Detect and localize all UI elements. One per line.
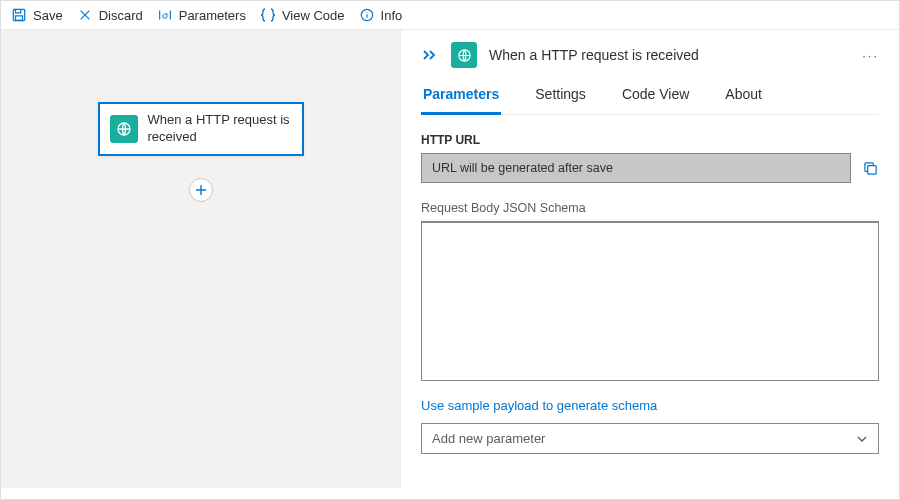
tab-parameters[interactable]: Parameters bbox=[421, 80, 501, 115]
http-url-row: URL will be generated after save bbox=[421, 153, 879, 183]
info-button[interactable]: Info bbox=[359, 7, 403, 23]
viewcode-button[interactable]: View Code bbox=[260, 7, 345, 23]
add-step-button[interactable] bbox=[189, 178, 213, 202]
discard-button[interactable]: Discard bbox=[77, 7, 143, 23]
chevron-down-icon bbox=[856, 433, 868, 445]
panel-header: When a HTTP request is received ··· bbox=[421, 42, 879, 68]
info-icon bbox=[359, 7, 375, 23]
main: When a HTTP request is received When a H… bbox=[1, 30, 899, 488]
toolbar: Save Discard @ Parameters View Code Info bbox=[1, 1, 899, 30]
svg-rect-6 bbox=[867, 165, 875, 173]
parameters-button[interactable]: @ Parameters bbox=[157, 7, 246, 23]
trigger-card-label: When a HTTP request is received bbox=[148, 112, 292, 146]
discard-label: Discard bbox=[99, 8, 143, 23]
info-label: Info bbox=[381, 8, 403, 23]
save-button[interactable]: Save bbox=[11, 7, 63, 23]
viewcode-label: View Code bbox=[282, 8, 345, 23]
schema-input[interactable] bbox=[421, 221, 879, 381]
parameters-icon: @ bbox=[157, 7, 173, 23]
trigger-card[interactable]: When a HTTP request is received bbox=[98, 102, 304, 156]
save-label: Save bbox=[33, 8, 63, 23]
add-parameter-placeholder: Add new parameter bbox=[432, 431, 545, 446]
tab-settings[interactable]: Settings bbox=[533, 80, 588, 114]
tab-codeview[interactable]: Code View bbox=[620, 80, 691, 114]
schema-label: Request Body JSON Schema bbox=[421, 201, 879, 215]
http-url-field: URL will be generated after save bbox=[421, 153, 851, 183]
tab-about[interactable]: About bbox=[723, 80, 764, 114]
braces-icon bbox=[260, 7, 276, 23]
sample-payload-link[interactable]: Use sample payload to generate schema bbox=[421, 398, 657, 413]
panel-tabs: Parameters Settings Code View About bbox=[421, 80, 879, 115]
http-url-label: HTTP URL bbox=[421, 133, 879, 147]
collapse-panel-icon[interactable] bbox=[421, 48, 439, 62]
parameters-label: Parameters bbox=[179, 8, 246, 23]
discard-icon bbox=[77, 7, 93, 23]
save-icon bbox=[11, 7, 27, 23]
details-panel: When a HTTP request is received ··· Para… bbox=[401, 30, 899, 488]
http-trigger-icon bbox=[110, 115, 138, 143]
copy-url-button[interactable] bbox=[861, 159, 879, 177]
svg-text:@: @ bbox=[161, 12, 168, 20]
svg-rect-1 bbox=[16, 16, 23, 20]
http-trigger-icon bbox=[451, 42, 477, 68]
designer-canvas[interactable]: When a HTTP request is received bbox=[1, 30, 401, 488]
panel-title: When a HTTP request is received bbox=[489, 47, 699, 63]
more-options-button[interactable]: ··· bbox=[862, 48, 879, 63]
add-parameter-dropdown[interactable]: Add new parameter bbox=[421, 423, 879, 454]
